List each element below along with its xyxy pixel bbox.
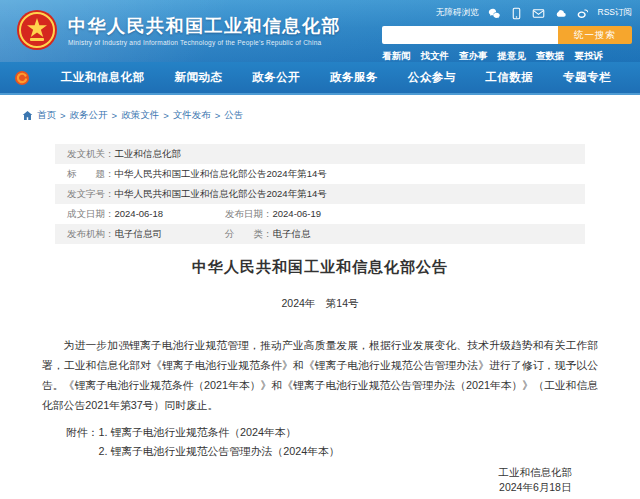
meta-label: 成文日期： <box>67 208 115 221</box>
announcement-paragraph: 为进一步加强锂离子电池行业规范管理，推动产业高质量发展，根据行业发展变化、技术升… <box>42 335 598 415</box>
nav-item-gov-open[interactable]: 政务公开 <box>252 70 300 85</box>
header-utilities: 无障碍浏览 RSS订阅 统一搜索 看新闻 找文件 查办事 <box>382 4 632 63</box>
breadcrumb-policy-files[interactable]: 政策文件 <box>121 109 159 122</box>
breadcrumb-separator: > <box>112 110 118 121</box>
breadcrumb-separator: > <box>215 110 221 121</box>
attachment-item-1: 1. 锂离子电池行业规范条件（2024年本） <box>98 423 339 442</box>
announcement-body: 为进一步加强锂离子电池行业规范管理，推动产业高质量发展，根据行业发展变化、技术升… <box>42 335 598 415</box>
site-header: 中华人民共和国工业和信息化部 Ministry of Industry and … <box>0 0 640 62</box>
meta-value: 2024-06-18 <box>115 208 164 221</box>
page-title: 中华人民共和国工业和信息化部公告 <box>0 258 640 277</box>
meta-label: 发文字号： <box>67 188 115 201</box>
cloud-icon[interactable] <box>554 7 567 20</box>
nav-item-data[interactable]: 工信数据 <box>485 70 533 85</box>
meta-value: 电子信息司 <box>115 228 163 241</box>
unified-search-button[interactable]: 统一搜索 <box>558 26 632 44</box>
attachment-item-2: 2. 锂离子电池行业规范公告管理办法（2024年本） <box>98 442 339 461</box>
nav-item-news[interactable]: 新闻动态 <box>175 70 223 85</box>
nav-item-topics[interactable]: 专题专栏 <box>563 70 611 85</box>
meta-value: 电子信息 <box>273 228 311 241</box>
meta-value: 中华人民共和国工业和信息化部公告2024年第14号 <box>115 168 327 181</box>
unified-search-input[interactable] <box>382 26 558 44</box>
breadcrumb-separator: > <box>163 110 169 121</box>
site-logo[interactable]: 中华人民共和国工业和信息化部 Ministry of Industry and … <box>16 9 341 51</box>
attachment-label: 附件： <box>66 423 98 461</box>
main-nav: 工业和信息化部 新闻动态 政务公开 政务服务 公众参与 工信数据 专题专栏 <box>0 62 640 95</box>
meta-row-publisher: 发布机构： 电子信息司 分 类： 电子信息 <box>55 224 585 244</box>
sign-date: 2024年6月18日 <box>499 480 573 495</box>
rss-link[interactable]: RSS订阅 <box>598 7 632 19</box>
nav-item-miit[interactable]: 工业和信息化部 <box>61 70 145 85</box>
quick-link-news[interactable]: 看新闻 <box>382 50 411 63</box>
quick-links: 看新闻 找文件 查办事 提意见 查数据 要投诉 <box>382 50 632 63</box>
mobile-icon[interactable] <box>510 7 523 20</box>
quick-link-complaint[interactable]: 要投诉 <box>575 50 604 63</box>
meta-row-dates: 成文日期： 2024-06-18 发布日期： 2024-06-19 <box>55 204 585 224</box>
signature-block: 工业和信息化部 2024年6月18日 <box>0 465 640 495</box>
nav-brand-icon[interactable] <box>14 70 30 86</box>
quick-link-opinions[interactable]: 提意见 <box>498 50 527 63</box>
breadcrumb-file-release[interactable]: 文件发布 <box>173 109 211 122</box>
attachments: 附件： 1. 锂离子电池行业规范条件（2024年本） 2. 锂离子电池行业规范公… <box>66 423 598 461</box>
national-emblem-icon <box>16 9 58 51</box>
meta-value: 2024-06-19 <box>273 208 322 221</box>
breadcrumb: 首页 > 政务公开 > 政策文件 > 文件发布 > 公告 <box>0 95 640 122</box>
meta-value: 工业和信息化部 <box>115 148 182 161</box>
nav-item-participation[interactable]: 公众参与 <box>408 70 456 85</box>
breadcrumb-announcement: 公告 <box>224 109 243 122</box>
meta-label: 分 类： <box>225 228 273 241</box>
breadcrumb-separator: > <box>60 110 66 121</box>
breadcrumb-gov-open[interactable]: 政务公开 <box>70 109 108 122</box>
quick-link-services[interactable]: 查办事 <box>459 50 488 63</box>
meta-label: 发布日期： <box>225 208 273 221</box>
accessibility-link[interactable]: 无障碍浏览 <box>436 7 479 19</box>
doc-number: 2024年 第14号 <box>0 297 640 311</box>
weibo-icon[interactable] <box>576 7 589 20</box>
meta-label: 标 题： <box>67 168 115 181</box>
site-subtitle: Ministry of Industry and Information Tec… <box>68 39 341 46</box>
signer: 工业和信息化部 <box>499 465 573 480</box>
mail-icon[interactable] <box>532 7 545 20</box>
quick-link-data[interactable]: 查数据 <box>536 50 565 63</box>
nav-item-gov-services[interactable]: 政务服务 <box>330 70 378 85</box>
quick-link-files[interactable]: 找文件 <box>421 50 450 63</box>
meta-row-title: 标 题： 中华人民共和国工业和信息化部公告2024年第14号 <box>55 164 585 184</box>
breadcrumb-home[interactable]: 首页 <box>37 109 56 122</box>
meta-value: 中华人民共和国工业和信息化部公告2024年第14号 <box>115 188 327 201</box>
meta-row-doc-number: 发文字号： 中华人民共和国工业和信息化部公告2024年第14号 <box>55 184 585 204</box>
wechat-icon[interactable] <box>488 7 501 20</box>
meta-row-issuing-agency: 发文机关： 工业和信息化部 <box>55 144 585 164</box>
home-icon[interactable] <box>22 110 33 121</box>
document-meta-table: 发文机关： 工业和信息化部 标 题： 中华人民共和国工业和信息化部公告2024年… <box>55 144 585 244</box>
meta-label: 发文机关： <box>67 148 115 161</box>
site-title: 中华人民共和国工业和信息化部 <box>68 15 341 37</box>
meta-label: 发布机构： <box>67 228 115 241</box>
